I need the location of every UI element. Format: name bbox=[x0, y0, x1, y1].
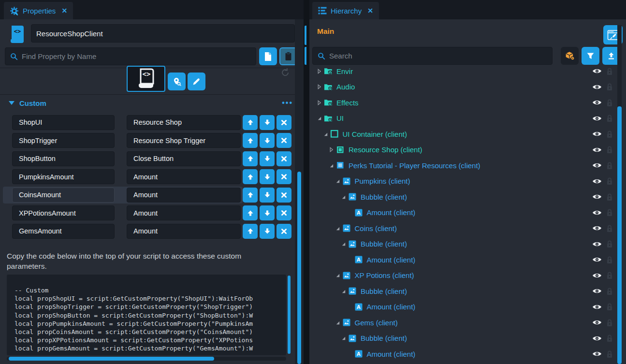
hierarchy-tree-row[interactable]: XP Potions (client) bbox=[309, 268, 617, 284]
property-name-field[interactable] bbox=[12, 115, 115, 130]
hierarchy-scrollbar-thumb[interactable] bbox=[617, 106, 622, 364]
property-name-field[interactable] bbox=[12, 151, 115, 166]
property-name-field[interactable] bbox=[12, 205, 115, 220]
lock-icon[interactable] bbox=[606, 224, 613, 233]
hierarchy-tree-row[interactable]: Coins (client) bbox=[309, 220, 617, 236]
lock-icon[interactable] bbox=[606, 193, 613, 201]
property-value-field[interactable] bbox=[127, 151, 241, 166]
move-down-button[interactable] bbox=[260, 188, 275, 203]
panel-scrollbar-thumb[interactable] bbox=[297, 172, 301, 364]
hierarchy-tree-row[interactable]: A Amount (client) bbox=[309, 299, 617, 315]
property-name-field[interactable] bbox=[12, 188, 115, 203]
hierarchy-tree-row[interactable]: Resource Shop (client) bbox=[309, 142, 617, 158]
move-up-button[interactable] bbox=[243, 224, 258, 239]
collapse-triangle-icon[interactable] bbox=[9, 101, 15, 105]
property-value-field[interactable] bbox=[127, 224, 241, 239]
property-value-field[interactable] bbox=[127, 133, 241, 148]
visibility-eye-icon[interactable] bbox=[592, 288, 602, 294]
expand-arrow-icon[interactable] bbox=[340, 289, 347, 294]
close-icon[interactable]: ✕ bbox=[367, 7, 373, 15]
expand-arrow-icon[interactable] bbox=[316, 69, 322, 74]
hierarchy-tree-row[interactable]: Bubble (client) bbox=[309, 236, 617, 252]
script-preview-thumbnail[interactable]: <> bbox=[127, 66, 165, 92]
visibility-eye-icon[interactable] bbox=[592, 225, 602, 232]
visibility-eye-icon[interactable] bbox=[592, 115, 602, 122]
lock-icon[interactable] bbox=[606, 334, 613, 342]
move-up-button[interactable] bbox=[243, 188, 258, 203]
close-icon[interactable]: ✕ bbox=[61, 7, 67, 15]
filter-button[interactable] bbox=[582, 47, 599, 65]
move-down-button[interactable] bbox=[260, 205, 275, 220]
lock-icon[interactable] bbox=[606, 319, 613, 327]
hierarchy-tree-row[interactable]: A Amount (client) bbox=[309, 346, 617, 362]
hierarchy-tree-row[interactable]: Audio bbox=[309, 79, 617, 95]
hierarchy-tree-row[interactable]: UI Container (client) bbox=[309, 126, 617, 142]
visibility-eye-icon[interactable] bbox=[592, 241, 602, 248]
visibility-eye-icon[interactable] bbox=[592, 146, 602, 153]
expand-arrow-icon[interactable] bbox=[335, 178, 341, 184]
lock-icon[interactable] bbox=[606, 271, 613, 279]
hierarchy-tree-row[interactable]: Bubble (client) bbox=[309, 189, 617, 205]
visibility-eye-icon[interactable] bbox=[592, 193, 602, 200]
tab-properties[interactable]: Properties ✕ bbox=[4, 2, 73, 19]
hierarchy-tree-row[interactable]: A Amount (client) bbox=[309, 252, 617, 268]
lock-icon[interactable] bbox=[606, 240, 613, 248]
lock-icon[interactable] bbox=[606, 146, 613, 154]
copy-properties-button[interactable] bbox=[259, 47, 277, 65]
expand-arrow-icon[interactable] bbox=[316, 100, 322, 105]
expand-arrow-icon[interactable] bbox=[328, 147, 335, 152]
lock-icon[interactable] bbox=[606, 208, 613, 217]
find-property-input[interactable] bbox=[22, 52, 251, 60]
delete-property-button[interactable] bbox=[277, 188, 291, 203]
visibility-eye-icon[interactable] bbox=[592, 84, 602, 90]
lock-icon[interactable] bbox=[606, 177, 613, 185]
visibility-eye-icon[interactable] bbox=[592, 335, 602, 342]
move-up-button[interactable] bbox=[243, 169, 258, 184]
expand-arrow-icon[interactable] bbox=[322, 131, 329, 137]
move-down-button[interactable] bbox=[260, 115, 275, 130]
visibility-eye-icon[interactable] bbox=[592, 209, 602, 216]
visibility-eye-icon[interactable] bbox=[592, 99, 602, 106]
delete-property-button[interactable] bbox=[277, 151, 291, 166]
tab-hierarchy[interactable]: Hierarchy ✕ bbox=[312, 2, 379, 19]
move-down-button[interactable] bbox=[260, 151, 275, 166]
move-down-button[interactable] bbox=[260, 133, 275, 148]
move-down-button[interactable] bbox=[260, 169, 275, 184]
visibility-eye-icon[interactable] bbox=[592, 178, 602, 185]
move-up-button[interactable] bbox=[243, 205, 258, 220]
visibility-eye-icon[interactable] bbox=[592, 131, 602, 137]
visibility-eye-icon[interactable] bbox=[592, 272, 602, 279]
lock-icon[interactable] bbox=[606, 287, 613, 295]
move-up-button[interactable] bbox=[243, 151, 258, 166]
delete-property-button[interactable] bbox=[277, 169, 291, 184]
hierarchy-tree-row[interactable]: Bubble (client) bbox=[309, 283, 617, 299]
horizontal-scrollbar-track[interactable] bbox=[7, 357, 286, 361]
hierarchy-tree-row[interactable]: Pumpkins (client) bbox=[309, 174, 617, 189]
visibility-eye-icon[interactable] bbox=[592, 304, 602, 310]
find-in-scene-button[interactable] bbox=[168, 73, 186, 90]
delete-property-button[interactable] bbox=[277, 115, 291, 130]
expand-arrow-icon[interactable] bbox=[335, 320, 341, 325]
property-value-field[interactable] bbox=[127, 205, 241, 220]
code-vertical-scrollbar[interactable] bbox=[288, 276, 291, 354]
lock-icon[interactable] bbox=[606, 67, 613, 75]
move-down-button[interactable] bbox=[260, 224, 275, 239]
hierarchy-tree-row[interactable]: Perks Tutorial - Player Resources (clien… bbox=[309, 158, 617, 174]
expand-arrow-icon[interactable] bbox=[335, 226, 341, 231]
property-name-field[interactable] bbox=[12, 169, 115, 184]
hierarchy-tree-row[interactable]: Envir bbox=[309, 66, 617, 79]
property-value-field[interactable] bbox=[127, 169, 241, 184]
lock-icon[interactable] bbox=[606, 99, 613, 107]
horizontal-scrollbar-thumb[interactable] bbox=[9, 357, 214, 361]
move-up-button[interactable] bbox=[243, 115, 258, 130]
property-name-field[interactable] bbox=[12, 133, 115, 148]
section-menu-button[interactable]: ••• bbox=[282, 99, 293, 107]
visibility-eye-icon[interactable] bbox=[592, 256, 602, 263]
expand-arrow-icon[interactable] bbox=[340, 241, 347, 247]
lock-icon[interactable] bbox=[606, 350, 613, 358]
hierarchy-tree-row[interactable]: A Amount (client) bbox=[309, 205, 617, 221]
expand-arrow-icon[interactable] bbox=[340, 194, 347, 200]
hierarchy-search-input[interactable] bbox=[329, 52, 547, 60]
hierarchy-tree-row[interactable]: Effects bbox=[309, 95, 617, 111]
delete-property-button[interactable] bbox=[277, 224, 291, 239]
